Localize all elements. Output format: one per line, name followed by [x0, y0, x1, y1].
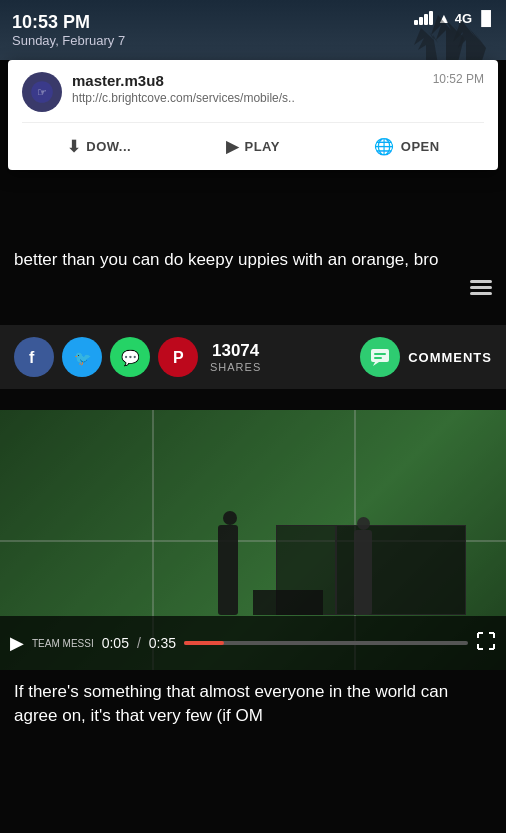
- signal-strength: 4G: [455, 11, 472, 26]
- notification-text-block: master.m3u8 http://c.brightcove.com/serv…: [72, 72, 417, 105]
- svg-marker-7: [373, 362, 379, 366]
- comments-label: COMMENTS: [408, 350, 492, 365]
- wifi-icon: ▲: [437, 10, 451, 26]
- menu-line-3: [470, 292, 492, 295]
- svg-rect-9: [374, 357, 382, 359]
- svg-text:P: P: [173, 349, 184, 366]
- twitter-share-button[interactable]: 🐦: [62, 337, 102, 377]
- video-total-time: 0:35: [149, 635, 176, 651]
- notification-app-icon: ☞: [22, 72, 62, 112]
- svg-rect-6: [371, 349, 389, 362]
- play-icon: ▶: [226, 137, 239, 156]
- menu-line-2: [470, 286, 492, 289]
- article-text-bottom: If there's something that almost everyon…: [14, 680, 492, 728]
- video-channel-label: TEAM MESSI: [32, 638, 94, 649]
- notification-header: ☞ master.m3u8 http://c.brightcove.com/se…: [22, 72, 484, 112]
- notification-actions: ⬇ DOW... ▶ PLAY 🌐 OPEN: [22, 122, 484, 170]
- video-progress-fill: [184, 641, 224, 645]
- pinterest-icon: P: [168, 347, 188, 367]
- article-text-bottom-content: If there's something that almost everyon…: [14, 682, 448, 725]
- comments-button[interactable]: COMMENTS: [360, 337, 492, 377]
- shares-count-block: 13074 SHARES: [210, 341, 261, 373]
- fullscreen-icon: [476, 631, 496, 651]
- article-text-top-content: better than you can do keepy uppies with…: [14, 250, 438, 269]
- svg-text:☞: ☞: [37, 86, 47, 98]
- player-silhouette-2: [354, 530, 372, 615]
- open-action-button[interactable]: 🌐 OPEN: [330, 129, 484, 164]
- whatsapp-icon: 💬: [120, 347, 140, 367]
- download-action-button[interactable]: ⬇ DOW...: [22, 129, 176, 164]
- download-icon: ⬇: [67, 137, 81, 156]
- hand-pointer-icon: ☞: [30, 80, 54, 104]
- video-container: ▶ TEAM MESSI 0:05 / 0:35: [0, 410, 506, 670]
- play-label: PLAY: [245, 139, 280, 154]
- video-play-button[interactable]: ▶: [10, 632, 24, 654]
- notification-card: ☞ master.m3u8 http://c.brightcove.com/se…: [8, 60, 498, 170]
- whatsapp-share-button[interactable]: 💬: [110, 337, 150, 377]
- status-icons: ▲ 4G ▐▌: [414, 10, 496, 26]
- status-bar: 10:53 PM Sunday, February 7 ▲ 4G ▐▌: [0, 0, 506, 60]
- notification-url: http://c.brightcove.com/services/mobile/…: [72, 91, 417, 105]
- menu-line-1: [470, 280, 492, 283]
- video-time-separator: /: [137, 635, 141, 651]
- video-current-time: 0:05: [102, 635, 129, 651]
- article-text-top: better than you can do keepy uppies with…: [14, 248, 492, 272]
- battery-icon: ▐▌: [476, 10, 496, 26]
- notification-time: 10:52 PM: [433, 72, 484, 86]
- facebook-share-button[interactable]: f: [14, 337, 54, 377]
- player-head-2: [357, 517, 370, 530]
- svg-rect-8: [374, 353, 386, 355]
- svg-text:f: f: [29, 349, 35, 366]
- video-controls: ▶ TEAM MESSI 0:05 / 0:35: [0, 616, 506, 670]
- globe-icon: 🌐: [374, 137, 395, 156]
- comments-icon-circle: [360, 337, 400, 377]
- notification-app-name: master.m3u8: [72, 72, 417, 89]
- facebook-icon: f: [24, 347, 44, 367]
- signal-bars: [414, 11, 433, 25]
- comments-icon: [369, 346, 391, 368]
- open-label: OPEN: [401, 139, 440, 154]
- video-fullscreen-button[interactable]: [476, 631, 496, 656]
- menu-button[interactable]: [470, 280, 492, 295]
- download-label: DOW...: [86, 139, 131, 154]
- pinterest-share-button[interactable]: P: [158, 337, 198, 377]
- twitter-icon: 🐦: [72, 347, 92, 367]
- shares-number: 13074: [212, 341, 259, 361]
- svg-text:🐦: 🐦: [74, 350, 92, 367]
- status-date: Sunday, February 7: [12, 33, 125, 48]
- status-time: 10:53 PM: [12, 12, 125, 33]
- share-bar: f 🐦 💬 P 13074 SHARES COMMENTS: [0, 325, 506, 389]
- video-progress-bar[interactable]: [184, 641, 468, 645]
- svg-text:💬: 💬: [121, 349, 140, 367]
- shares-label: SHARES: [210, 361, 261, 373]
- play-action-button[interactable]: ▶ PLAY: [176, 129, 330, 164]
